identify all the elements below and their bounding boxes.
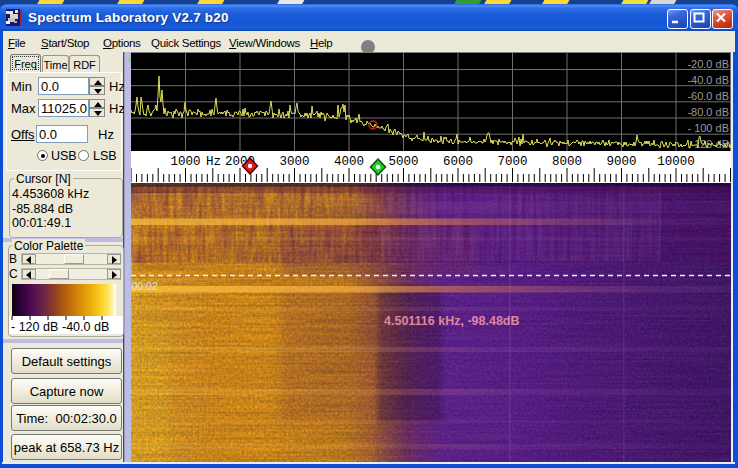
svg-text:-40.0 dB: -40.0 dB — [62, 320, 109, 334]
svg-text:- 120 dB: - 120 dB — [11, 320, 58, 334]
